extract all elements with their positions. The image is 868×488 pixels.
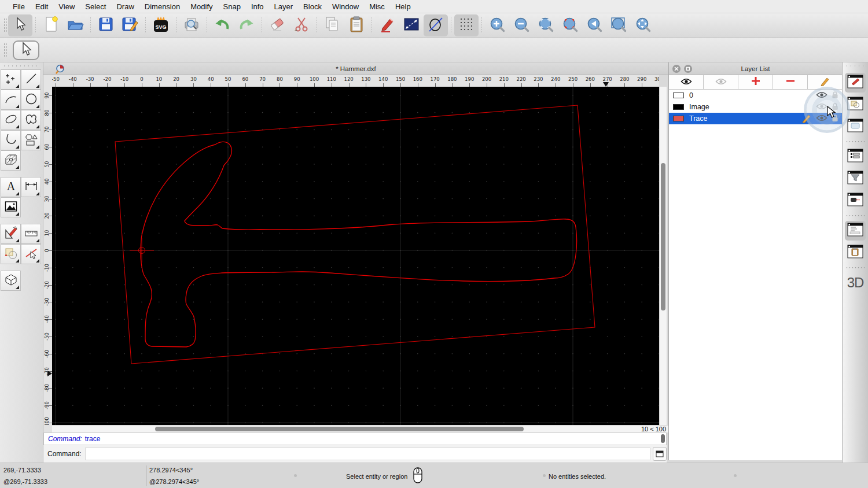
- layer-edit-icon[interactable]: [801, 113, 812, 125]
- points-tool-button[interactable]: [1, 69, 21, 90]
- edit-pen-button[interactable]: [375, 14, 399, 36]
- measure-tool-button[interactable]: [21, 224, 41, 244]
- image-bounds-trace[interactable]: [115, 105, 595, 364]
- canvas-horizontal-scrollbar[interactable]: [52, 425, 634, 432]
- polyline-tool-button[interactable]: [1, 130, 21, 150]
- copy-button[interactable]: [320, 14, 344, 36]
- menu-info[interactable]: Info: [246, 2, 269, 11]
- zoom-window-button[interactable]: [606, 14, 631, 36]
- selection-pointer-button[interactable]: [13, 40, 39, 60]
- spline-tool-button[interactable]: [21, 110, 41, 130]
- layer-visibility-icon[interactable]: [816, 103, 827, 112]
- edit-layer-button[interactable]: [808, 75, 842, 89]
- layer-row-image[interactable]: Image: [669, 101, 842, 113]
- arc-tool-button[interactable]: [1, 90, 21, 110]
- entity-list-toggle[interactable]: [845, 147, 866, 167]
- print-preview-button[interactable]: [179, 14, 204, 36]
- zoom-out-button[interactable]: [509, 14, 534, 36]
- layer-row-trace[interactable]: Trace: [669, 113, 842, 124]
- layer-color-swatch[interactable]: [673, 116, 684, 121]
- add-layer-button[interactable]: [738, 75, 773, 89]
- library-browser-toggle[interactable]: [845, 117, 866, 136]
- select-line-tool-button[interactable]: [21, 244, 41, 264]
- history-scrollbar[interactable]: [661, 434, 665, 443]
- menu-layer[interactable]: Layer: [269, 2, 299, 11]
- paste-button[interactable]: [344, 14, 369, 36]
- hammer-trace-outline[interactable]: [141, 142, 577, 347]
- menu-edit[interactable]: Edit: [30, 2, 53, 11]
- new-document-button[interactable]: [39, 14, 63, 36]
- remove-layer-button[interactable]: [773, 75, 808, 89]
- ellipse-tool-button[interactable]: [1, 110, 21, 130]
- grid-toggle-button[interactable]: [454, 14, 479, 36]
- menu-help[interactable]: Help: [390, 2, 416, 11]
- distance-button[interactable]: [399, 14, 424, 36]
- line-tool-button[interactable]: [21, 69, 41, 90]
- property-editor-toggle[interactable]: [845, 73, 866, 93]
- layer-visibility-icon[interactable]: [816, 114, 827, 123]
- menu-modify[interactable]: Modify: [185, 2, 218, 11]
- layer-panel-titlebar[interactable]: Layer List: [669, 62, 842, 75]
- layer-lock-icon[interactable]: [832, 91, 838, 101]
- layer-color-swatch[interactable]: [673, 104, 684, 110]
- dock-drag-handle[interactable]: [2, 65, 41, 67]
- menu-select[interactable]: Select: [80, 2, 111, 11]
- zoom-in-button[interactable]: [485, 14, 509, 36]
- toolbar-drag-handle[interactable]: [3, 43, 7, 58]
- text-tool-button[interactable]: A: [1, 177, 21, 197]
- selection-filter-toggle[interactable]: [845, 169, 866, 188]
- zoom-pan-button[interactable]: [631, 14, 655, 36]
- cut-button[interactable]: +: [289, 14, 314, 36]
- save-as-button[interactable]: [118, 14, 142, 36]
- layer-visibility-icon[interactable]: [816, 91, 827, 100]
- undo-button[interactable]: [210, 14, 234, 36]
- image-tool-button[interactable]: [1, 197, 21, 217]
- command-line-panel-toggle[interactable]: [845, 221, 866, 241]
- menu-block[interactable]: Block: [298, 2, 327, 11]
- zoom-previous-button[interactable]: [582, 14, 606, 36]
- dimension-tool-button[interactable]: [21, 177, 41, 197]
- laser-tools-toggle[interactable]: [845, 191, 866, 210]
- layer-row-0[interactable]: 0: [669, 90, 842, 101]
- canvas-vertical-scrollbar[interactable]: [659, 87, 667, 425]
- cube-tool-button[interactable]: [1, 271, 21, 291]
- menu-window[interactable]: Window: [327, 2, 364, 11]
- v-scroll-thumb[interactable]: [661, 163, 665, 310]
- command-input[interactable]: [85, 448, 651, 460]
- toolbar-drag-handle[interactable]: [3, 18, 7, 33]
- zoom-auto-button[interactable]: [534, 14, 558, 36]
- svg-export-button[interactable]: SVG: [149, 14, 173, 36]
- blocks-tool-button[interactable]: [1, 244, 21, 264]
- circle-tool-button[interactable]: [21, 90, 41, 110]
- hatch-tool-button[interactable]: [1, 150, 21, 171]
- menu-misc[interactable]: Misc: [364, 2, 390, 11]
- command-popout-button[interactable]: [653, 447, 667, 461]
- draft-mode-button[interactable]: [424, 14, 448, 36]
- menu-file[interactable]: File: [8, 2, 30, 11]
- hide-all-layers-button[interactable]: [704, 75, 738, 89]
- h-scroll-thumb[interactable]: [155, 427, 524, 431]
- block-list-toggle[interactable]: [845, 95, 866, 114]
- modify-tool-button[interactable]: [1, 224, 21, 244]
- redo-button[interactable]: [234, 14, 259, 36]
- layer-color-swatch[interactable]: [673, 93, 684, 98]
- open-document-button[interactable]: [63, 14, 87, 36]
- document-titlebar[interactable]: * Hammer.dxf: [43, 62, 668, 75]
- clipboard-panel-toggle[interactable]: [845, 243, 866, 263]
- menu-snap[interactable]: Snap: [218, 2, 246, 11]
- close-panel-icon[interactable]: [672, 65, 681, 73]
- dock-drag-handle[interactable]: [845, 65, 866, 67]
- show-all-layers-button[interactable]: [669, 75, 704, 89]
- menu-dimension[interactable]: Dimension: [139, 2, 185, 11]
- history-scroll-thumb[interactable]: [661, 434, 665, 443]
- zoom-selection-button[interactable]: [558, 14, 582, 36]
- menu-view[interactable]: View: [53, 2, 80, 11]
- save-button[interactable]: [94, 14, 118, 36]
- selection-tool-button[interactable]: [8, 14, 32, 36]
- menu-draw[interactable]: Draw: [111, 2, 139, 11]
- delete-button[interactable]: [265, 14, 289, 36]
- drawing-canvas[interactable]: [52, 87, 659, 425]
- 3d-view-toggle[interactable]: 3D: [843, 275, 868, 291]
- shapes-tool-button[interactable]: [21, 130, 41, 150]
- float-panel-icon[interactable]: [684, 65, 692, 73]
